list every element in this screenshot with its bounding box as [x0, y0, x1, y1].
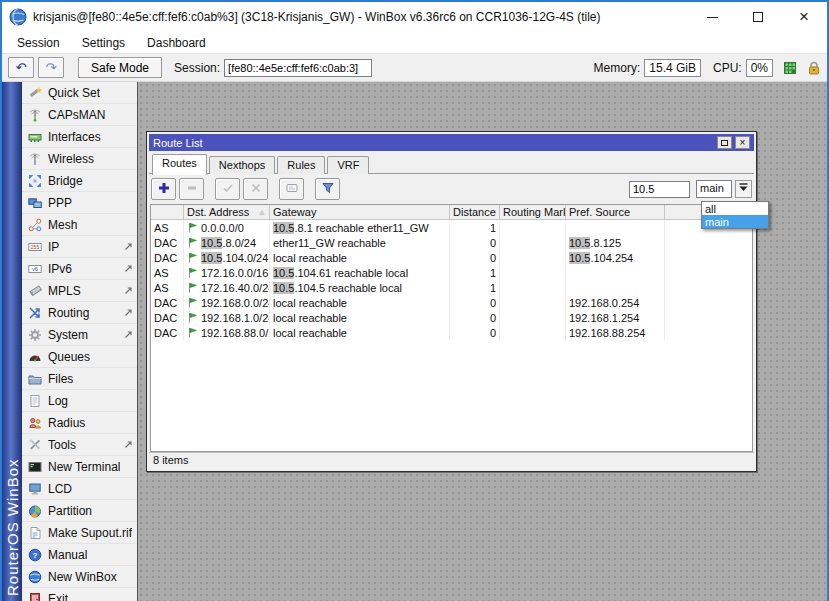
dropdown-arrow-icon: [738, 182, 749, 196]
sidebar-item-interfaces[interactable]: Interfaces: [22, 126, 137, 148]
cell-routing-mark: [500, 280, 566, 295]
route-list-window: Route List × RoutesNexthopsRulesVRF main: [146, 131, 757, 472]
redo-button[interactable]: ↷: [38, 57, 64, 78]
routing-table-dropdown-button[interactable]: [735, 180, 752, 198]
sidebar-item-system[interactable]: System: [22, 324, 137, 346]
sidebar-item-mesh[interactable]: Mesh: [22, 214, 137, 236]
table-row[interactable]: DAC10.5.8.0/24ether11_GW reachable010.5.…: [151, 235, 752, 250]
sidebar-item-quick-set[interactable]: Quick Set: [22, 82, 137, 104]
sidebar-item-label: Partition: [48, 504, 92, 518]
cell-gateway: 10.5.8.1 reachable ether11_GW: [270, 220, 450, 235]
menu-dashboard[interactable]: Dashboard: [136, 34, 217, 52]
sidebar-item-new-winbox[interactable]: New WinBox: [22, 566, 137, 588]
disable-button[interactable]: [243, 178, 268, 200]
cell-gateway: local reachable: [270, 310, 450, 325]
close-button[interactable]: ×: [781, 2, 827, 32]
traffic-icon[interactable]: [783, 61, 797, 75]
column-header-routing-mark[interactable]: Routing Mark: [500, 205, 566, 219]
sidebar-item-manual[interactable]: ?Manual: [22, 544, 137, 566]
lcd-icon: [27, 481, 42, 496]
session-input[interactable]: [224, 59, 372, 77]
undo-button[interactable]: ↶: [8, 57, 34, 78]
quick-find-input[interactable]: [629, 181, 690, 198]
memory-value: 15.4 GiB: [644, 59, 701, 77]
table-row[interactable]: AS172.16.0.0/1610.5.104.61 reachable loc…: [151, 265, 752, 280]
cell-dst-address: 0.0.0.0/0: [184, 220, 270, 235]
cell-routing-mark: [500, 295, 566, 310]
sidebar-item-lcd[interactable]: LCD: [22, 478, 137, 500]
close-icon: ×: [799, 7, 809, 27]
capsman-icon: [27, 107, 42, 122]
sidebar-item-ip[interactable]: 255IP: [22, 236, 137, 258]
maximize-button[interactable]: [735, 2, 781, 32]
sidebar-item-capsman[interactable]: CAPsMAN: [22, 104, 137, 126]
sidebar-item-queues[interactable]: Queues: [22, 346, 137, 368]
route-list-maximize-button[interactable]: [717, 136, 732, 149]
tab-nexthops[interactable]: Nexthops: [209, 156, 275, 174]
add-button[interactable]: [151, 178, 176, 200]
routing-table-select[interactable]: main: [696, 180, 732, 198]
column-header-blank[interactable]: [151, 205, 184, 219]
route-list-titlebar[interactable]: Route List ×: [149, 134, 754, 151]
sidebar-item-tools[interactable]: Tools: [22, 434, 137, 456]
cell-blank: [665, 310, 752, 325]
table-row[interactable]: DAC192.168.0.0/24local reachable0192.168…: [151, 295, 752, 310]
log-icon: [27, 393, 42, 408]
minimize-button[interactable]: [689, 2, 735, 32]
sidebar-item-make-supout-rif[interactable]: Make Supout.rif: [22, 522, 137, 544]
safe-mode-button[interactable]: Safe Mode: [78, 57, 162, 78]
route-list-close-button[interactable]: ×: [735, 136, 750, 149]
titlebar[interactable]: krisjanis@[fe80::4e5e:cff:fef6:c0ab%3] (…: [2, 2, 827, 32]
sidebar-item-log[interactable]: Log: [22, 390, 137, 412]
sidebar-item-mpls[interactable]: MPLS: [22, 280, 137, 302]
column-header-gateway[interactable]: Gateway: [270, 205, 450, 219]
sidebar-item-exit[interactable]: Exit: [22, 588, 137, 601]
sidebar-item-bridge[interactable]: Bridge: [22, 170, 137, 192]
sidebar-item-label: Tools: [48, 438, 76, 452]
menu-session[interactable]: Session: [6, 34, 71, 52]
remove-button[interactable]: [179, 178, 204, 200]
cell-blank: [665, 250, 752, 265]
enable-button[interactable]: [215, 178, 240, 200]
partition-icon: [27, 503, 42, 518]
tab-vrf[interactable]: VRF: [327, 156, 369, 174]
dropdown-option-main[interactable]: main: [702, 215, 768, 228]
dropdown-option-all[interactable]: all: [702, 202, 768, 215]
interfaces-icon: [27, 129, 42, 144]
column-header-distance[interactable]: Distance: [450, 205, 500, 219]
sidebar-item-files[interactable]: Files: [22, 368, 137, 390]
sidebar-item-wireless[interactable]: Wireless: [22, 148, 137, 170]
sidebar-item-new-terminal[interactable]: New Terminal: [22, 456, 137, 478]
sidebar-item-label: Wireless: [48, 152, 94, 166]
column-header-pref-source[interactable]: Pref. Source: [566, 205, 665, 219]
tab-routes[interactable]: Routes: [152, 154, 207, 175]
sidebar-item-partition[interactable]: Partition: [22, 500, 137, 522]
sidebar-item-label: System: [48, 328, 88, 342]
route-flag-icon: [187, 312, 198, 323]
minus-icon: [185, 181, 199, 198]
cell-pref-source: 192.168.88.254: [566, 325, 665, 340]
sidebar-item-ppp[interactable]: PPP: [22, 192, 137, 214]
sidebar-item-routing[interactable]: Routing: [22, 302, 137, 324]
sidebar-item-radius[interactable]: Radius: [22, 412, 137, 434]
route-table: Dst. Address▲GatewayDistanceRouting Mark…: [150, 204, 753, 452]
sidebar-item-label: IP: [48, 240, 59, 254]
table-row[interactable]: DAC192.168.1.0/24local reachable0192.168…: [151, 310, 752, 325]
window-title: krisjanis@[fe80::4e5e:cff:fef6:c0ab%3] (…: [33, 10, 601, 24]
cell-distance: 0: [450, 295, 500, 310]
table-row[interactable]: AS172.16.40.0/2410.5.104.5 reachable loc…: [151, 280, 752, 295]
filter-button[interactable]: [315, 178, 340, 200]
svg-text:v6: v6: [32, 266, 38, 272]
cell-gateway: local reachable: [270, 325, 450, 340]
table-row[interactable]: DAC192.168.88.0/...local reachable0192.1…: [151, 325, 752, 340]
table-row[interactable]: AS0.0.0.0/010.5.8.1 reachable ether11_GW…: [151, 220, 752, 235]
cell-routing-mark: [500, 265, 566, 280]
sidebar-item-ipv6[interactable]: v6IPv6: [22, 258, 137, 280]
comment-button[interactable]: [279, 178, 304, 200]
column-header-dst-address[interactable]: Dst. Address▲: [184, 205, 270, 219]
sidebar-item-label: Files: [48, 372, 73, 386]
table-row[interactable]: DAC10.5.104.0/24local reachable010.5.104…: [151, 250, 752, 265]
sidebar-item-label: Queues: [48, 350, 90, 364]
tab-rules[interactable]: Rules: [277, 156, 325, 174]
menu-settings[interactable]: Settings: [71, 34, 136, 52]
